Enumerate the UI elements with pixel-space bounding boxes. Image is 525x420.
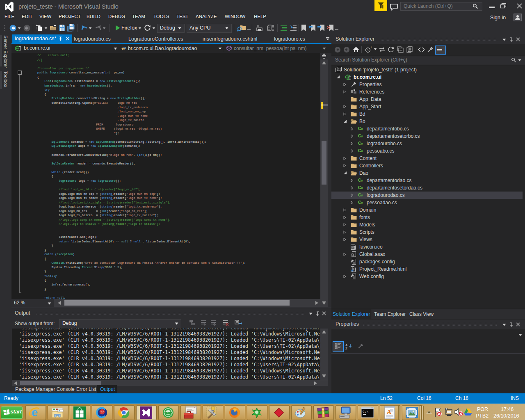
svg-text:Z: Z bbox=[345, 347, 347, 349]
svg-text:C:\: C:\ bbox=[363, 410, 369, 413]
